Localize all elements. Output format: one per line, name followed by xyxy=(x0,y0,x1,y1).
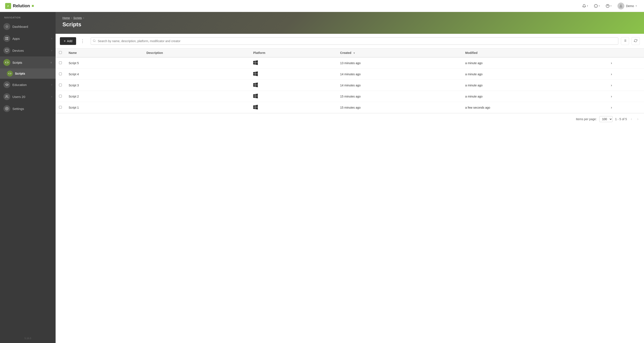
windows-icon xyxy=(253,60,258,65)
table-body: Script 5 13 minutes ago a minute ago › S… xyxy=(56,57,644,113)
scripts-table: Name Description Platform Created ▼ Modi… xyxy=(56,48,644,113)
row-action[interactable]: › xyxy=(608,57,644,69)
sidebar-item-dashboard[interactable]: ⊙ Dashboard xyxy=(0,20,56,32)
scripts-icon xyxy=(4,59,10,66)
help-icon xyxy=(606,4,610,8)
add-button[interactable]: + Add xyxy=(60,37,76,45)
svg-point-14 xyxy=(6,108,7,109)
select-all-checkbox[interactable] xyxy=(59,51,62,54)
bell-chevron: ▾ xyxy=(587,5,588,7)
windows-icon xyxy=(253,105,258,110)
notifications-button[interactable]: ▾ xyxy=(580,3,590,9)
row-action[interactable]: › xyxy=(608,102,644,113)
logo-text: Relution xyxy=(13,4,30,8)
sidebar-subitem-scripts[interactable]: Scripts xyxy=(0,68,56,79)
row-description xyxy=(143,102,250,113)
sidebar-item-education[interactable]: Education › xyxy=(0,79,56,91)
breadcrumb-sep-1: › xyxy=(71,16,72,20)
svg-rect-9 xyxy=(7,39,8,40)
table-container: + Add ⋮ xyxy=(56,34,644,343)
row-created: 14 minutes ago xyxy=(337,80,462,91)
page-header: Home › Scripts › Scripts xyxy=(56,12,644,34)
scripts-label: Scripts xyxy=(12,61,22,64)
settings-label: Settings xyxy=(12,107,24,110)
search-icon xyxy=(93,39,96,43)
add-label: Add xyxy=(67,39,72,43)
row-action[interactable]: › xyxy=(608,69,644,80)
table-row: Script 4 14 minutes ago a minute ago › xyxy=(56,69,644,80)
users-chevron: › xyxy=(51,95,52,98)
sidebar-item-scripts[interactable]: Scripts ∨ xyxy=(0,56,56,68)
modified-col-header: Modified xyxy=(462,48,608,57)
svg-line-16 xyxy=(95,41,96,42)
more-options-button[interactable]: ⋮ xyxy=(79,37,86,45)
platform-col-header: Platform xyxy=(250,48,337,57)
row-modified: a minute ago xyxy=(462,57,608,69)
info-icon xyxy=(594,4,598,8)
table-row: Script 1 15 minutes ago a few seconds ag… xyxy=(56,102,644,113)
search-input[interactable] xyxy=(91,38,618,45)
sidebar-item-apps[interactable]: Apps › xyxy=(0,32,56,44)
education-chevron: › xyxy=(51,83,52,86)
row-checkbox-cell xyxy=(56,102,65,113)
help-button[interactable]: ▾ xyxy=(604,3,614,9)
row-modified: a few seconds ago xyxy=(462,102,608,113)
users-label: Users 20 xyxy=(12,95,25,98)
sidebar: NAVIGATION ⊙ Dashboard Apps › xyxy=(0,12,56,343)
sidebar-item-users[interactable]: Users 20 › xyxy=(0,91,56,103)
dashboard-icon: ⊙ xyxy=(4,23,10,30)
user-menu-button[interactable]: Demo ▾ xyxy=(615,2,639,10)
row-description xyxy=(143,57,250,69)
row-checkbox-cell xyxy=(56,91,65,102)
info-button[interactable]: ▾ xyxy=(592,3,602,9)
next-page-button[interactable]: › xyxy=(636,116,640,122)
topbar-right: ▾ ▾ ▾ Demo ▾ xyxy=(580,2,639,10)
row-checkbox-5[interactable] xyxy=(59,106,62,109)
table-row: Script 2 15 minutes ago a minute ago › xyxy=(56,91,644,102)
prev-page-button[interactable]: ‹ xyxy=(630,116,633,122)
scripts-chevron: ∨ xyxy=(50,61,52,64)
breadcrumb-scripts[interactable]: Scripts xyxy=(73,16,82,20)
users-icon xyxy=(4,93,10,100)
topbar: r Relution ■ ▾ ▾ ▾ Demo ▾ xyxy=(0,0,644,12)
scripts-sub-icon xyxy=(7,70,13,76)
breadcrumb-sep-2: › xyxy=(83,16,84,20)
sidebar-item-settings[interactable]: Settings xyxy=(0,103,56,114)
created-col-header[interactable]: Created ▼ xyxy=(337,48,462,57)
row-checkbox-3[interactable] xyxy=(59,84,62,86)
row-platform xyxy=(250,102,337,113)
row-description xyxy=(143,69,250,80)
devices-label: Devices xyxy=(12,49,24,52)
row-checkbox-cell xyxy=(56,69,65,80)
per-page-select[interactable]: 100 10 25 50 xyxy=(599,116,612,122)
refresh-button[interactable] xyxy=(632,37,640,45)
windows-icon xyxy=(253,82,258,87)
user-chevron: ▾ xyxy=(636,5,637,7)
row-checkbox-1[interactable] xyxy=(59,61,62,64)
scripts-sub-label: Scripts xyxy=(15,72,25,75)
row-action[interactable]: › xyxy=(608,91,644,102)
breadcrumb-home[interactable]: Home xyxy=(62,16,70,20)
description-col-header: Description xyxy=(143,48,250,57)
row-checkbox-cell xyxy=(56,57,65,69)
row-platform xyxy=(250,91,337,102)
windows-icon xyxy=(253,72,258,76)
windows-icon xyxy=(253,94,258,98)
row-action[interactable]: › xyxy=(608,80,644,91)
bell-icon xyxy=(582,4,586,8)
add-plus: + xyxy=(64,39,66,43)
svg-point-13 xyxy=(6,95,7,96)
content-area: Home › Scripts › Scripts + Add ⋮ xyxy=(56,12,644,343)
row-name: Script 4 xyxy=(65,69,143,80)
row-checkbox-4[interactable] xyxy=(59,95,62,98)
apps-chevron: › xyxy=(51,37,52,40)
sidebar-item-devices[interactable]: Devices › xyxy=(0,44,56,56)
list-view-button[interactable] xyxy=(621,37,629,45)
created-sort-indicator: ▼ xyxy=(353,52,355,54)
row-checkbox-2[interactable] xyxy=(59,72,62,75)
row-modified: a minute ago xyxy=(462,80,608,91)
items-per-page-label: Items per page: xyxy=(576,118,596,121)
svg-rect-7 xyxy=(7,37,8,38)
logo-mark: ■ xyxy=(32,4,34,8)
main-layout: NAVIGATION ⊙ Dashboard Apps › xyxy=(0,12,644,343)
